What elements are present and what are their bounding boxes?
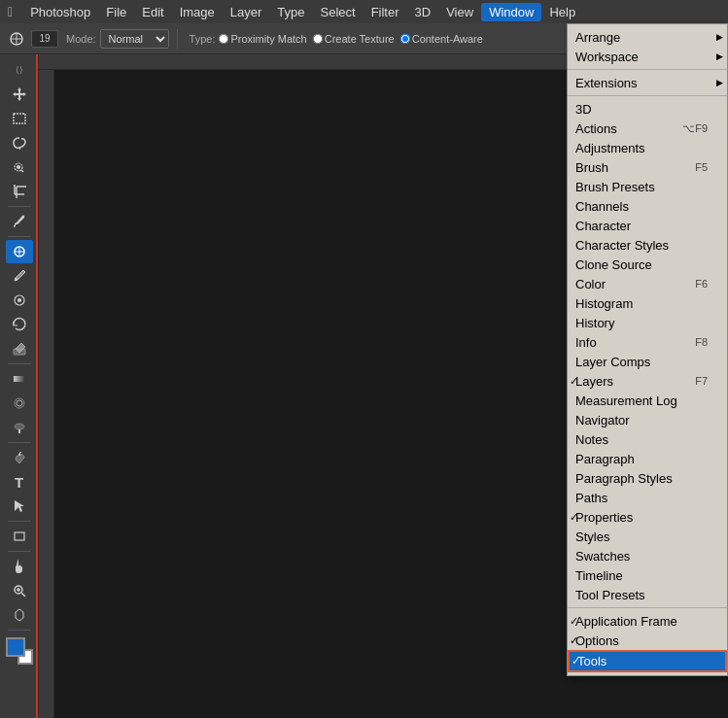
tools-panel: ⟨⟩ [0,54,39,718]
tool-quick-select[interactable] [6,155,33,179]
svg-point-24 [18,454,20,456]
menu-help[interactable]: Help [541,3,583,21]
menu-type[interactable]: Type [269,3,312,21]
window-menu: Arrange Workspace Extensions 3D Actions … [567,23,728,676]
tool-separator-4 [8,442,31,443]
menubar:  Photoshop File Edit Image Layer Type S… [0,0,728,23]
menu-file[interactable]: File [98,3,134,21]
menu-navigator[interactable]: Navigator [568,410,727,429]
menu-arrange[interactable]: Arrange [568,27,727,47]
tool-clone[interactable] [6,289,33,312]
menu-histogram[interactable]: Histogram [568,293,727,313]
menu-color-panel[interactable]: Color F6 [568,274,727,293]
menu-actions[interactable]: Actions ⌥F9 [568,119,727,138]
svg-line-27 [21,594,25,598]
menu-filter[interactable]: Filter [364,3,407,21]
menu-tool-presets[interactable]: Tool Presets [568,585,727,604]
tool-extra[interactable] [6,603,33,627]
mode-label: Mode: [66,33,96,45]
menu-styles[interactable]: Styles [568,527,727,546]
tool-brush[interactable] [6,264,33,288]
tool-lasso[interactable] [6,131,33,154]
menu-window[interactable]: Window [481,3,541,21]
menu-edit[interactable]: Edit [134,3,171,21]
menu-notes[interactable]: Notes [568,429,727,449]
type-radio-group: Proximity Match Create Texture Content-A… [219,33,482,45]
menu-3d[interactable]: 3D [407,3,439,21]
tool-history-brush[interactable] [6,313,33,336]
window-menu-section-1: Arrange Workspace [568,24,727,70]
menu-paths[interactable]: Paths [568,488,727,507]
menu-options[interactable]: ✓ Options [568,631,727,650]
svg-point-22 [15,424,24,429]
menu-photoshop[interactable]: Photoshop [22,3,98,21]
tool-move[interactable] [6,83,33,106]
tool-gradient[interactable] [6,367,33,391]
menu-info[interactable]: Info F8 [568,332,727,352]
tool-dodge[interactable] [6,416,33,439]
window-menu-section-4: ✓ Application Frame ✓ Options ✓ Tools [568,608,727,675]
menu-channels[interactable]: Channels [568,196,727,216]
menu-paragraph-styles[interactable]: Paragraph Styles [568,468,727,488]
menu-extensions[interactable]: Extensions [568,73,727,92]
color-swatches[interactable] [6,637,33,665]
menu-properties[interactable]: ✓ Properties [568,507,727,527]
tool-separator-7 [8,630,31,631]
menu-clone-source[interactable]: Clone Source [568,255,727,274]
svg-point-21 [17,400,22,406]
svg-rect-25 [15,532,24,540]
menu-brush-presets[interactable]: Brush Presets [568,177,727,196]
menu-image[interactable]: Image [172,3,223,21]
menu-paragraph[interactable]: Paragraph [568,449,727,468]
svg-point-17 [17,299,20,302]
menu-character[interactable]: Character [568,216,727,235]
tool-separator-5 [8,521,31,522]
menu-layer[interactable]: Layer [223,3,270,21]
tool-eyedropper[interactable] [6,210,33,233]
tool-zoom[interactable] [6,579,33,602]
svg-line-6 [21,170,23,172]
type-label: Type: [190,33,216,45]
tool-shape[interactable] [6,525,33,548]
tool-separator-1 [8,206,31,207]
menu-timeline[interactable]: Timeline [568,565,727,585]
menu-character-styles[interactable]: Character Styles [568,235,727,255]
menu-application-frame[interactable]: ✓ Application Frame [568,611,727,631]
svg-rect-19 [14,376,25,382]
tool-type[interactable]: T [6,470,33,494]
apple-logo-icon:  [8,4,13,19]
mode-select[interactable]: Normal Replace [100,29,169,49]
menu-brush-panel[interactable]: Brush F5 [568,157,727,177]
menu-layers[interactable]: ✓ Layers F7 [568,371,727,391]
menu-adjustments[interactable]: Adjustments [568,138,727,157]
svg-point-7 [17,166,19,169]
tool-crop[interactable] [6,180,33,203]
menu-layer-comps[interactable]: Layer Comps [568,352,727,371]
menu-tools[interactable]: ✓ Tools [568,650,727,672]
menu-swatches[interactable]: Swatches [568,546,727,565]
tool-pen[interactable] [6,446,33,469]
menu-3d-panel[interactable]: 3D [568,99,727,119]
menu-history[interactable]: History [568,313,727,332]
brush-size-input[interactable]: 19 [31,30,58,48]
healing-brush-icon[interactable] [6,28,27,50]
ruler-left [39,70,54,718]
create-texture-radio[interactable]: Create Texture [313,33,395,45]
tool-eraser[interactable] [6,337,33,360]
tool-healing[interactable] [6,240,33,263]
foreground-color-swatch[interactable] [6,637,25,657]
panel-scroll-icon[interactable]: ⟨⟩ [6,58,33,82]
menu-view[interactable]: View [438,3,481,21]
tool-separator-6 [8,551,31,552]
tool-marquee-rect[interactable] [6,107,33,130]
menu-select[interactable]: Select [313,3,364,21]
tool-path-select[interactable] [6,495,33,518]
tool-hand[interactable] [6,555,33,578]
tool-blur[interactable] [6,392,33,415]
menu-workspace[interactable]: Workspace [568,47,727,66]
content-aware-radio[interactable]: Content-Aware [400,33,483,45]
tool-separator-2 [8,236,31,237]
svg-point-15 [15,278,17,281]
menu-measurement-log[interactable]: Measurement Log [568,391,727,410]
proximity-match-radio[interactable]: Proximity Match [219,33,306,45]
